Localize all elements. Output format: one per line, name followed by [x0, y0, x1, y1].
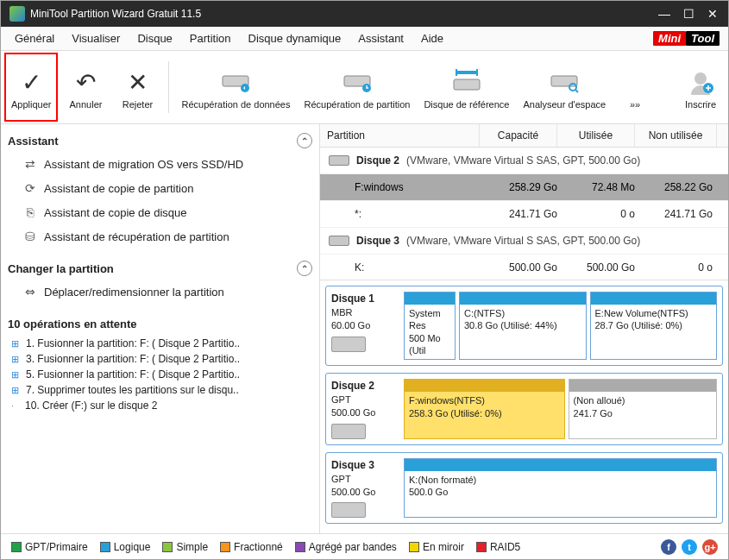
partition-row[interactable]: F:windows258.29 Go72.48 Mo258.22 Go: [320, 174, 728, 201]
legend-label: En miroir: [423, 541, 464, 553]
legend-item: Logique: [100, 541, 151, 553]
pending-op-7[interactable]: 7. Supprimer toutes les partitions sur l…: [8, 382, 312, 398]
wizard-copy-disk[interactable]: ⎘Assistant de copie de disque: [8, 200, 312, 224]
social-links: f t g+: [661, 539, 718, 555]
menu-partition[interactable]: Partition: [181, 28, 240, 48]
pending-header: 10 opérations en attente: [8, 312, 312, 336]
user-add-icon: [688, 65, 713, 99]
legend-bar: GPT/PrimaireLogiqueSimpleFractionnéAgrég…: [1, 533, 728, 559]
copy-partition-icon: ⟳: [23, 181, 37, 195]
menu-general[interactable]: Général: [6, 28, 63, 48]
disk-icon: [329, 236, 349, 246]
recover-icon: ⛁: [23, 230, 37, 243]
apply-button[interactable]: ✓ Appliquer: [4, 53, 58, 122]
pending-operations-section: 10 opérations en attente 1. Fusionner la…: [8, 312, 312, 413]
disk-icon: [331, 337, 366, 352]
menu-disk[interactable]: Disque: [129, 28, 180, 48]
col-capacity[interactable]: Capacité: [480, 124, 557, 147]
partition-segment[interactable]: E:New Volume(NTFS)28.7 Go (Utilisé: 0%): [590, 292, 718, 360]
grid-body: Disque 2(VMware, VMware Virtual S SAS, G…: [320, 148, 728, 280]
disk-card-name: Disque 3: [331, 458, 397, 473]
segment-label: F:windows(NTFS): [409, 394, 560, 406]
assistant-header[interactable]: Assistant ⌃: [8, 129, 312, 152]
legend-label: Fractionné: [234, 541, 283, 553]
check-icon: ✓: [22, 65, 41, 99]
space-analyzer-button[interactable]: Analyseur d'espace: [518, 53, 611, 122]
disk-card-scheme: GPT: [331, 473, 397, 486]
menu-help[interactable]: Aide: [412, 28, 452, 48]
sliders-icon: ⇔: [23, 285, 37, 299]
maximize-button[interactable]: ☐: [676, 2, 701, 26]
col-partition[interactable]: Partition: [320, 124, 480, 147]
more-tools-button[interactable]: »»: [614, 53, 656, 122]
cell-partition: K:: [329, 261, 480, 274]
toolbar-separator: [168, 61, 169, 113]
partition-segment[interactable]: System Res500 Mo (Util: [404, 292, 456, 360]
segment-bar: [569, 380, 716, 392]
cell-capacity: 241.71 Go: [480, 208, 557, 220]
segment-label: System Res: [409, 307, 450, 332]
disk-card-scheme: GPT: [331, 393, 397, 406]
legend-label: Simple: [176, 541, 208, 553]
titlebar: MiniTool Partition Wizard Gratuit 11.5 —…: [1, 1, 728, 27]
minimize-button[interactable]: —: [652, 2, 676, 26]
segment-bar: [591, 293, 717, 305]
legend-swatch: [220, 542, 230, 552]
col-used[interactable]: Utilisée: [557, 124, 635, 147]
disk-name: Disque 2: [356, 154, 399, 167]
app-icon: [9, 6, 25, 22]
segment-label: K:(Non formaté): [409, 474, 712, 486]
svg-rect-4: [456, 71, 478, 74]
move-resize-partition[interactable]: ⇔Déplacer/redimensionner la partition: [8, 280, 312, 304]
disk-group[interactable]: Disque 2(VMware, VMware Virtual S SAS, G…: [320, 148, 728, 174]
disk-card-name: Disque 2: [331, 379, 397, 393]
disk-card: Disque 3GPT500.00 GoK:(Non formaté)500.0…: [325, 452, 723, 525]
segment-bar: [405, 459, 716, 471]
close-button[interactable]: ✕: [701, 2, 725, 26]
pending-op-10[interactable]: 10. Créer (F:) sur le disque 2: [8, 398, 312, 413]
legend-item: RAID5: [476, 541, 520, 553]
facebook-icon[interactable]: f: [661, 539, 676, 555]
undo-button[interactable]: ↶ Annuler: [61, 53, 110, 122]
menu-view[interactable]: Visualiser: [63, 28, 129, 48]
partition-segment[interactable]: K:(Non formaté)500.0 Go: [404, 458, 717, 519]
disk-card: Disque 2GPT500.00 GoF:windows(NTFS)258.3…: [325, 373, 723, 445]
segment-label: C:(NTFS): [464, 307, 581, 319]
partition-recovery-button[interactable]: Récupération de partition: [299, 53, 415, 122]
cell-partition: F:windows: [329, 181, 480, 193]
change-partition-header[interactable]: Changer la partition ⌃: [8, 257, 312, 280]
partition-segment[interactable]: F:windows(NTFS)258.3 Go (Utilisé: 0%): [404, 379, 565, 439]
menu-dynamic-disk[interactable]: Disque dynamique: [240, 28, 350, 48]
segment-label: (Non alloué): [574, 394, 712, 406]
cell-capacity: 500.00 Go: [480, 261, 557, 274]
menu-wizard[interactable]: Assistant: [349, 28, 412, 48]
cell-partition: *:: [329, 208, 480, 220]
wizard-copy-partition[interactable]: ⟳Assistant de copie de partition: [8, 176, 312, 200]
partition-row[interactable]: K:500.00 Go500.00 Go0 o: [320, 255, 728, 280]
signup-button[interactable]: Inscrire: [676, 53, 725, 122]
svg-rect-8: [551, 76, 577, 86]
partition-row[interactable]: *:241.71 Go0 o241.71 Go: [320, 201, 728, 228]
disk-benchmark-button[interactable]: Disque de référence: [418, 53, 514, 122]
body: Assistant ⌃ ⇄Assistant de migration OS v…: [1, 124, 728, 533]
data-recovery-button[interactable]: Récupération de données: [176, 53, 295, 122]
disk-group[interactable]: Disque 3(VMware, VMware Virtual S SAS, G…: [320, 228, 728, 255]
cell-used: 72.48 Mo: [557, 181, 635, 193]
pending-op-1[interactable]: 1. Fusionner la partition: F: ( Disque 2…: [8, 336, 312, 351]
twitter-icon[interactable]: t: [682, 539, 697, 555]
copy-disk-icon: ⎘: [23, 205, 37, 219]
partition-segment[interactable]: (Non alloué)241.7 Go: [569, 379, 717, 439]
change-partition-section: Changer la partition ⌃ ⇔Déplacer/redimen…: [8, 257, 312, 304]
segment-label: E:New Volume(NTFS): [595, 307, 713, 319]
disk-icon: [331, 424, 366, 439]
col-free[interactable]: Non utilisée: [635, 124, 717, 147]
wizard-recover-partition[interactable]: ⛁Assistant de récupération de partition: [8, 224, 312, 249]
google-plus-icon[interactable]: g+: [702, 539, 718, 555]
pending-op-3[interactable]: 3. Fusionner la partition: F: ( Disque 2…: [8, 351, 312, 367]
pending-op-5[interactable]: 5. Fusionner la partition: F: ( Disque 2…: [8, 367, 312, 382]
partition-segment[interactable]: C:(NTFS)30.8 Go (Utilisé: 44%): [459, 292, 587, 360]
wizard-migrate-os[interactable]: ⇄Assistant de migration OS vers SSD/HD: [8, 152, 312, 176]
legend-swatch: [162, 542, 173, 552]
segment-bar: [405, 293, 455, 305]
discard-button[interactable]: ✕ Rejeter: [113, 53, 161, 122]
